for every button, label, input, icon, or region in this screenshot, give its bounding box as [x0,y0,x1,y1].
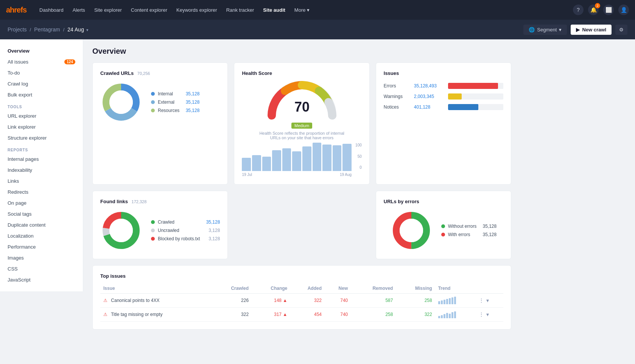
urls-by-errors-card: URLs by errors W [376,191,511,259]
sidebar-item-overview[interactable]: Overview [0,45,83,56]
found-links-card: Found links 172,328 [92,191,228,259]
sidebar-item-url-explorer[interactable]: URL explorer [0,110,83,121]
tools-section-label: TOOLS [0,100,83,110]
new-0: 740 [325,294,351,308]
breadcrumb-projects[interactable]: Projects [8,26,27,33]
missing-0: 258 [396,294,435,308]
breadcrumb-project[interactable]: Pentagram [34,26,60,33]
breadcrumb-bar: Projects / Pentagram / 24 Aug ▾ 🌐 Segmen… [0,20,635,39]
sidebar-item-all-issues[interactable]: All issues 124 [0,56,83,67]
all-issues-badge: 124 [64,59,75,64]
col-added: Added [290,283,325,294]
sidebar: Overview All issues 124 To-do Crawl log … [0,39,83,364]
page-title: Overview [92,47,511,56]
nav-keywords-explorer[interactable]: Keywords explorer [173,5,221,15]
errors-bar [448,83,498,89]
expand-0[interactable]: ▾ [486,297,489,303]
removed-0: 587 [351,294,396,308]
breadcrumb-sep1: / [30,27,31,33]
svg-point-3 [109,90,133,114]
warnings-bar [448,93,462,100]
sidebar-item-crawl-log[interactable]: Crawl log [0,78,83,89]
col-crawled: Crawled [211,283,252,294]
added-1: 454 [290,308,325,322]
dropdown-icon: ▾ [559,27,562,33]
issues-title: Issues [384,70,399,76]
col-change: Change [252,283,290,294]
settings-button[interactable]: ⚙ [615,25,627,35]
bar-date-end: 19 Aug [340,173,352,177]
sidebar-item-localization[interactable]: Localization [0,230,83,241]
sidebar-item-links[interactable]: Links [0,176,83,187]
svg-point-11 [400,219,423,242]
sidebar-item-performance[interactable]: Performance [0,241,83,252]
crawled-legend: Crawled 35,128 [151,219,220,225]
sidebar-item-link-explorer[interactable]: Link explorer [0,121,83,132]
nav-site-audit[interactable]: Site audit [259,5,289,15]
nav-rank-tracker[interactable]: Rank tracker [223,5,258,15]
sidebar-item-bulk-export[interactable]: Bulk export [0,89,83,100]
errors-val: 35,128,493 [414,83,444,89]
sidebar-item-javascript[interactable]: JavaScript [0,274,83,285]
notices-val: 401,128 [414,104,444,110]
change-1: 317 ▲ [252,308,290,322]
table-row: ⚠ Canonical points to 4XX 226 148 ▲ 322 … [100,294,503,308]
breadcrumb-date[interactable]: 24 Aug ▾ [67,26,89,33]
top-nav: ahrefs Dashboard Alerts Site explorer Co… [0,0,635,20]
errors-bar-wrap [448,83,503,89]
new-1: 740 [325,308,351,322]
notices-label: Notices [384,104,410,110]
col-new: New [325,283,351,294]
health-score-title: Health Score [242,70,272,76]
col-actions [476,283,503,294]
sidebar-item-indexability[interactable]: Indexability [0,165,83,176]
crawled-urls-count: 70,256 [137,71,150,76]
nav-content-explorer[interactable]: Content explorer [127,5,171,15]
notifications-icon[interactable]: 🔔 2 [588,5,599,15]
trend-1 [435,308,476,322]
user-icon[interactable]: 👤 [618,5,629,15]
more-options-0[interactable]: ⋮ [479,297,484,303]
sidebar-item-on-page[interactable]: On page [0,198,83,208]
segment-button[interactable]: 🌐 Segment ▾ [523,25,567,35]
sidebar-item-redirects[interactable]: Redirects [0,187,83,198]
svg-point-8 [109,219,133,242]
sidebar-item-internal-pages[interactable]: Internal pages [0,154,83,165]
col-missing: Missing [396,283,435,294]
sidebar-item-images[interactable]: Images [0,252,83,263]
issues-card: Issues Errors 35,128,493 Warnings 2,003,… [376,62,511,185]
nav-more[interactable]: More▾ [291,5,314,15]
found-links-donut [100,210,142,251]
expand-1[interactable]: ▾ [486,311,489,317]
sidebar-item-structure-explorer[interactable]: Structure explorer [0,132,83,143]
logo[interactable]: ahrefs [6,6,26,14]
bar-y-50: 50 [355,154,362,159]
svg-text:70: 70 [294,99,310,115]
urls-errors-title: URLs by errors [384,199,419,204]
col-removed: Removed [351,283,396,294]
new-crawl-button[interactable]: ▶ New crawl [571,25,612,35]
nav-alerts[interactable]: Alerts [69,5,89,15]
urls-errors-donut [391,210,432,251]
resources-legend: Resources 35,128 [151,108,199,113]
missing-1: 322 [396,308,435,322]
globe-icon: 🌐 [529,27,535,33]
notices-bar-wrap [448,104,503,110]
col-trend: Trend [435,283,476,294]
crawled-urls-donut [100,81,142,123]
notices-bar [448,104,479,110]
displays-icon[interactable]: ⬜ [603,5,614,15]
sidebar-item-css[interactable]: CSS [0,263,83,274]
error-icon-1: ⚠ [103,312,107,317]
sidebar-item-social-tags[interactable]: Social tags [0,208,83,219]
notification-badge: 2 [595,3,600,8]
breadcrumb-sep2: / [63,27,65,33]
nav-dashboard[interactable]: Dashboard [36,5,67,15]
help-icon[interactable]: ? [573,5,584,15]
row-actions-1: ⋮ ▾ [476,308,503,322]
nav-site-explorer[interactable]: Site explorer [90,5,126,15]
more-options-1[interactable]: ⋮ [479,311,484,317]
sidebar-item-duplicate-content[interactable]: Duplicate content [0,219,83,230]
sidebar-item-todo[interactable]: To-do [0,67,83,78]
warnings-val: 2,003,345 [414,94,444,99]
